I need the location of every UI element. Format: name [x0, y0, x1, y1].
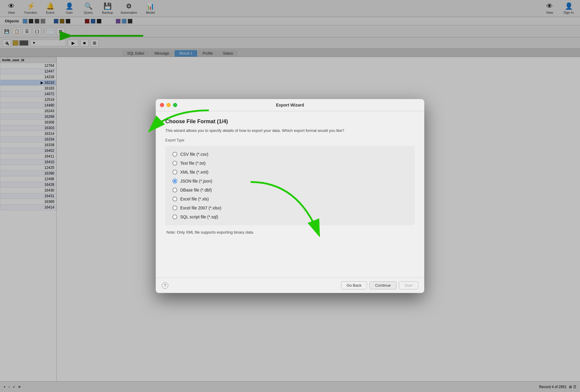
- radio-json[interactable]: [172, 179, 177, 183]
- option-xml[interactable]: XML file (*.xml): [172, 170, 408, 175]
- modal-footer: ? Go Back Continue Start: [156, 277, 424, 293]
- help-button[interactable]: ?: [162, 282, 168, 289]
- start-button[interactable]: Start: [399, 281, 418, 289]
- maximize-button[interactable]: [173, 103, 177, 107]
- radio-dbf[interactable]: [172, 188, 177, 192]
- export-type-label: Export Type: [165, 138, 415, 142]
- footer-left: ?: [162, 282, 168, 289]
- footer-right: Go Back Continue Start: [341, 281, 418, 289]
- label-xml: XML file (*.xml): [180, 170, 208, 175]
- label-dbf: DBase file (*.dbf): [180, 188, 212, 192]
- radio-xls[interactable]: [172, 197, 177, 201]
- radio-xml[interactable]: [172, 170, 177, 175]
- option-xlsx[interactable]: Excel file 2007 (*.xlsx): [172, 206, 408, 210]
- option-json[interactable]: JSON file (*.json): [172, 179, 408, 183]
- modal-title: Export Wizard: [276, 103, 304, 107]
- label-sql: SQL script file (*.sql): [180, 214, 218, 219]
- label-txt: Text file (*.txt): [180, 161, 206, 166]
- modal-body: Choose File Format (1/4) This wizard all…: [156, 111, 424, 277]
- radio-sql[interactable]: [172, 214, 177, 219]
- label-xls: Excel file (*.xls): [180, 197, 209, 201]
- close-button[interactable]: [160, 103, 164, 107]
- option-csv[interactable]: CSV file (*.csv): [172, 152, 408, 157]
- go-back-button[interactable]: Go Back: [341, 281, 367, 289]
- modal-overlay: Export Wizard Choose File Format (1/4) T…: [0, 0, 580, 392]
- export-options-box: CSV file (*.csv) Text file (*.txt) XML f…: [165, 146, 415, 225]
- continue-button[interactable]: Continue: [369, 281, 396, 289]
- note-text: Note: Only XML file supports exporting b…: [165, 230, 415, 234]
- label-xlsx: Excel file 2007 (*.xlsx): [180, 206, 221, 210]
- radio-xlsx[interactable]: [172, 206, 177, 210]
- radio-csv[interactable]: [172, 152, 177, 157]
- export-wizard-modal: Export Wizard Choose File Format (1/4) T…: [156, 99, 424, 293]
- step-title: Choose File Format (1/4): [165, 118, 415, 125]
- traffic-lights: [160, 103, 177, 107]
- minimize-button[interactable]: [166, 103, 171, 107]
- radio-txt[interactable]: [172, 161, 177, 166]
- label-json: JSON file (*.json): [180, 179, 212, 183]
- label-csv: CSV file (*.csv): [180, 152, 208, 157]
- modal-description: This wizard allows you to specify detail…: [165, 128, 415, 133]
- option-txt[interactable]: Text file (*.txt): [172, 161, 408, 166]
- option-dbf[interactable]: DBase file (*.dbf): [172, 188, 408, 192]
- option-sql[interactable]: SQL script file (*.sql): [172, 214, 408, 219]
- modal-titlebar: Export Wizard: [156, 99, 424, 111]
- option-xls[interactable]: Excel file (*.xls): [172, 197, 408, 201]
